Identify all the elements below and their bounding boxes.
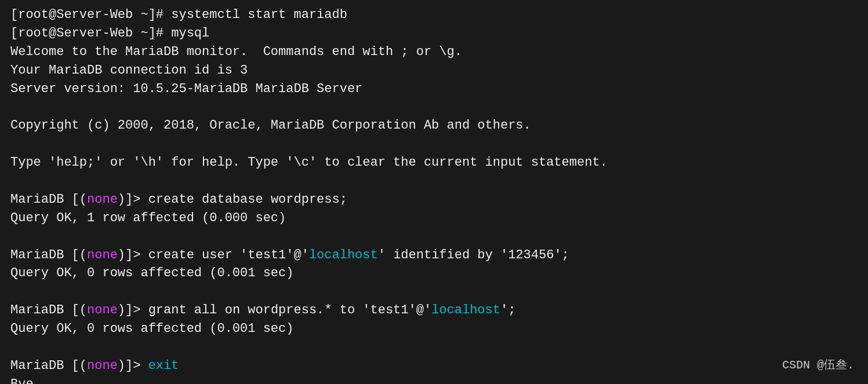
line-empty-3 xyxy=(10,172,858,191)
prompt-1: [root@Server-Web ~]# systemctl start mar… xyxy=(10,8,347,22)
line-17: MariaDB [(none)]> grant all on wordpress… xyxy=(10,301,858,320)
line-3: Welcome to the MariaDB monitor. Commands… xyxy=(10,43,858,61)
line-4: Your MariaDB connection id is 3 xyxy=(10,61,858,80)
line-18: Query OK, 0 rows affected (0.001 sec) xyxy=(10,320,858,338)
line-9: Type 'help;' or '\h' for help. Type '\c'… xyxy=(10,153,858,172)
line-empty-2 xyxy=(10,135,858,153)
localhost-highlight-1: localhost xyxy=(309,248,378,262)
line-12: Query OK, 1 row affected (0.000 sec) xyxy=(10,209,858,228)
line-20: MariaDB [(none)]> exit xyxy=(10,357,858,375)
line-empty-6 xyxy=(10,338,858,357)
line-7: Copyright (c) 2000, 2018, Oracle, MariaD… xyxy=(10,116,858,135)
prompt-2: [root@Server-Web ~]# mysql xyxy=(10,26,209,41)
line-empty-5 xyxy=(10,283,858,301)
none-highlight-3: none xyxy=(87,303,118,317)
line-21: Bye xyxy=(10,375,858,384)
line-14: MariaDB [(none)]> create user 'test1'@'l… xyxy=(10,246,858,265)
line-empty-4 xyxy=(10,228,858,246)
none-highlight-2: none xyxy=(87,248,118,262)
line-1: [root@Server-Web ~]# systemctl start mar… xyxy=(10,6,858,24)
localhost-highlight-2: localhost xyxy=(431,303,500,317)
none-highlight-1: none xyxy=(87,192,118,207)
line-11: MariaDB [(none)]> create database wordpr… xyxy=(10,191,858,209)
none-highlight-4: none xyxy=(87,359,118,373)
exit-highlight: exit xyxy=(148,359,179,373)
line-15: Query OK, 0 rows affected (0.001 sec) xyxy=(10,264,858,283)
line-2: [root@Server-Web ~]# mysql xyxy=(10,24,858,43)
line-empty-1 xyxy=(10,98,858,116)
line-5: Server version: 10.5.25-MariaDB MariaDB … xyxy=(10,80,858,98)
terminal-window: [root@Server-Web ~]# systemctl start mar… xyxy=(10,6,858,378)
watermark: CSDN @伍叁. xyxy=(782,357,854,374)
